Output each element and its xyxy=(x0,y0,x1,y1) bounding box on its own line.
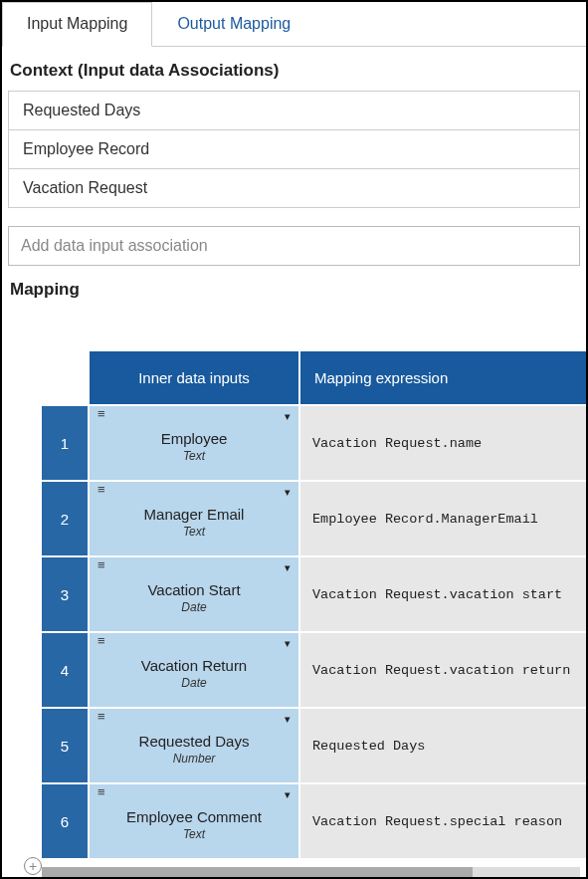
drag-handle-icon[interactable]: ≡ xyxy=(98,563,105,567)
mapping-expression-cell[interactable]: Vacation Request.name xyxy=(300,406,588,480)
inner-data-cell[interactable]: ≡▾Employee CommentText xyxy=(90,784,298,858)
inner-input-type: Text xyxy=(90,525,298,539)
tab-input-mapping[interactable]: Input Mapping xyxy=(2,2,152,47)
row-number[interactable]: 5 xyxy=(42,709,88,782)
mapping-expression-cell[interactable]: Vacation Request.vacation return xyxy=(300,633,588,707)
inner-data-cell[interactable]: ≡▾EmployeeText xyxy=(90,406,298,480)
add-row-icon[interactable]: + xyxy=(24,857,42,875)
table-row: 3≡▾Vacation StartDateVacation Request.va… xyxy=(42,557,588,631)
drag-handle-icon[interactable]: ≡ xyxy=(98,488,105,492)
inner-data-cell[interactable]: ≡▾Vacation ReturnDate xyxy=(90,633,298,707)
chevron-down-icon[interactable]: ▾ xyxy=(285,561,291,574)
row-number[interactable]: 6 xyxy=(42,784,88,858)
row-number[interactable]: 2 xyxy=(42,482,88,555)
inner-input-name: Vacation Start xyxy=(90,581,298,598)
mapping-expression-cell[interactable]: Employee Record.ManagerEmail xyxy=(300,482,588,555)
inner-input-type: Date xyxy=(90,676,298,690)
inner-data-cell[interactable]: ≡▾Vacation StartDate xyxy=(90,557,298,631)
context-header: Context (Input data Associations) xyxy=(2,47,586,91)
table-row: 1≡▾EmployeeTextVacation Request.name xyxy=(42,406,588,480)
inner-input-type: Text xyxy=(90,827,298,841)
inner-data-cell[interactable]: ≡▾Requested DaysNumber xyxy=(90,709,298,782)
inner-data-cell[interactable]: ≡▾Manager EmailText xyxy=(90,482,298,555)
row-number[interactable]: 3 xyxy=(42,557,88,631)
col-header-expression: Mapping expression xyxy=(300,351,588,404)
corner-cell xyxy=(42,351,88,404)
context-item[interactable]: Employee Record xyxy=(9,130,579,169)
table-row: 4≡▾Vacation ReturnDateVacation Request.v… xyxy=(42,633,588,707)
table-row: 5≡▾Requested DaysNumberRequested Days xyxy=(42,709,588,782)
drag-handle-icon[interactable]: ≡ xyxy=(98,715,105,719)
chevron-down-icon[interactable]: ▾ xyxy=(285,788,291,801)
col-header-inner: Inner data inputs xyxy=(90,351,298,404)
inner-input-type: Number xyxy=(90,752,298,766)
row-number[interactable]: 4 xyxy=(42,633,88,707)
scrollbar-thumb[interactable] xyxy=(42,867,473,877)
inner-input-name: Manager Email xyxy=(90,506,298,523)
horizontal-scrollbar[interactable] xyxy=(42,867,580,877)
inner-input-type: Text xyxy=(90,449,298,463)
chevron-down-icon[interactable]: ▾ xyxy=(285,486,291,499)
drag-handle-icon[interactable]: ≡ xyxy=(98,412,105,416)
inner-input-type: Date xyxy=(90,600,298,614)
mapping-table: Inner data inputs Mapping expression 1≡▾… xyxy=(40,349,588,860)
tab-output-mapping[interactable]: Output Mapping xyxy=(152,2,315,46)
inner-input-name: Employee xyxy=(90,430,298,447)
row-number[interactable]: 1 xyxy=(42,406,88,480)
mapping-expression-cell[interactable]: Vacation Request.vacation start xyxy=(300,557,588,631)
mapping-expression-cell[interactable]: Vacation Request.special reason xyxy=(300,784,588,858)
add-association-input[interactable] xyxy=(8,226,580,266)
drag-handle-icon[interactable]: ≡ xyxy=(98,790,105,794)
mapping-expression-cell[interactable]: Requested Days xyxy=(300,709,588,782)
chevron-down-icon[interactable]: ▾ xyxy=(285,637,291,650)
mapping-header: Mapping xyxy=(2,266,586,310)
context-list: Requested Days Employee Record Vacation … xyxy=(8,91,580,208)
tabs: Input Mapping Output Mapping xyxy=(2,2,586,47)
table-row: 6≡▾Employee CommentTextVacation Request.… xyxy=(42,784,588,858)
inner-input-name: Vacation Return xyxy=(90,657,298,674)
inner-input-name: Employee Comment xyxy=(90,808,298,825)
chevron-down-icon[interactable]: ▾ xyxy=(285,713,291,726)
chevron-down-icon[interactable]: ▾ xyxy=(285,410,291,423)
inner-input-name: Requested Days xyxy=(90,733,298,750)
context-item[interactable]: Requested Days xyxy=(9,92,579,130)
table-row: 2≡▾Manager EmailTextEmployee Record.Mana… xyxy=(42,482,588,555)
context-item[interactable]: Vacation Request xyxy=(9,169,579,207)
drag-handle-icon[interactable]: ≡ xyxy=(98,639,105,643)
